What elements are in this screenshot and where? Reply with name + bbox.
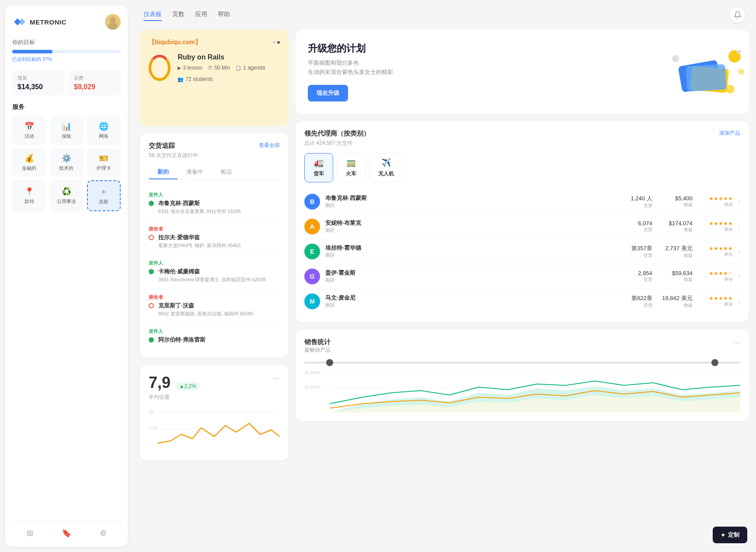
dot-wrap-3 [149, 268, 154, 274]
agent-rev-label-4: 收益 [684, 302, 693, 308]
nav-apps[interactable]: 应用 [195, 9, 207, 21]
service-item-utility[interactable]: ♻️ 公用事业 [49, 180, 83, 211]
agent-stats-4: 第822章 交货 [626, 294, 652, 308]
track-name-4: 克里斯丁·沃森 [158, 302, 253, 310]
agent-arrow-2[interactable]: › [738, 248, 740, 255]
budget-card: 预算 $14,350 [12, 70, 64, 95]
slider-track [304, 362, 740, 363]
budget-value: $14,350 [17, 83, 59, 91]
tab-shipping[interactable]: 船运 [212, 165, 241, 179]
tracking-item-4: 接收者 克里斯丁·沃森 8502 普雷斯顿路, 英格尔伍德, 缅因州 98380 [149, 289, 280, 323]
avg-value: 7,9 [149, 374, 171, 391]
track-info-5: 阿尔伯特·弗洛雷斯 [158, 336, 206, 344]
agent-avatar-0: B [304, 194, 320, 210]
upgrade-text: 升级您的计划 平面插图和我们多色 生动的未混合紫色头发女士的精彩 现在升级 [308, 42, 393, 101]
goal-title: 你的目标 [12, 38, 121, 46]
avg-stats-card: 7,9 ▲2.2% ··· 平均位置 10 7.75 [140, 365, 289, 461]
agents-list: B 布鲁克林·西蒙斯 南区 1,240 人 交货 $5,400 收益 [304, 189, 740, 314]
agent-tab-train[interactable]: 🚃 火车 [337, 153, 366, 182]
avg-more-btn[interactable]: ··· [273, 374, 280, 383]
service-item-finance[interactable]: 💰 金融的 [12, 148, 46, 177]
rating-label-4: 评分 [724, 301, 733, 307]
drone-label: 无人机 [378, 170, 394, 178]
service-label-utility: 公用事业 [57, 198, 76, 205]
rating-label-3: 评分 [724, 276, 733, 283]
agent-rating-2: ★★★★★ 评分 [698, 245, 733, 258]
customize-button[interactable]: ✦ 定制 [713, 527, 747, 543]
track-dot-4 [149, 303, 154, 308]
agent-stats-1: 6,074 交货 [626, 220, 652, 233]
agenda-icon: 📋 [235, 65, 241, 71]
service-item-insurance[interactable]: 📊 保险 [49, 116, 83, 145]
nav-right [730, 7, 746, 23]
tracking-row-4: 克里斯丁·沃森 8502 普雷斯顿路, 英格尔伍德, 缅因州 98380 [149, 302, 280, 317]
service-item-tech[interactable]: ⚙️ 技术的 [49, 148, 83, 177]
agent-arrow-3[interactable]: › [738, 273, 740, 280]
agent-arrow-0[interactable]: › [738, 198, 740, 206]
agent-arrow-1[interactable]: › [738, 223, 740, 231]
range-slider[interactable] [304, 362, 740, 363]
service-item-care[interactable]: 🎫 护理卡 [87, 148, 121, 177]
meta-agenda: 📋 1 agenda [235, 65, 265, 71]
featured-meta: ▶ 3 lesson ⏱ 50 Min 📋 1 agenda [178, 65, 280, 82]
nav-pages[interactable]: 页数 [172, 9, 185, 21]
agent-revenue-1: $174,074 收益 [658, 220, 693, 233]
agent-avatar-2: E [304, 244, 320, 259]
view-all-link[interactable]: 查看全部 [259, 142, 280, 149]
sales-subtitle: 最畅销产品 [304, 346, 331, 354]
agent-tab-drone[interactable]: ✈️ 无人机 [369, 153, 403, 182]
svg-point-0 [110, 17, 116, 23]
network-icon: 🌐 [99, 122, 108, 131]
upgrade-svg [667, 45, 746, 102]
layers-icon[interactable]: ⊞ [27, 528, 33, 538]
track-dot-5 [149, 337, 154, 342]
bookmark-icon[interactable]: 🔖 [62, 528, 71, 538]
expense-value: $8,029 [74, 83, 115, 91]
agent-region-2: 南区 [325, 252, 621, 259]
progress-label: 已达到目标的 37% [12, 56, 121, 63]
agent-name-0: 布鲁克林·西蒙斯 [325, 194, 621, 202]
user-avatar[interactable] [105, 14, 121, 30]
service-item-network[interactable]: 🌐 网络 [87, 116, 121, 145]
logo-icon [12, 15, 26, 29]
nav-help[interactable]: 帮助 [218, 9, 230, 21]
agent-name-3: 盖伊·霍金斯 [325, 269, 621, 277]
stars-0: ★★★★★ [709, 196, 733, 202]
agent-info-1: 安妮特·布莱克 南区 [325, 219, 621, 234]
agent-tab-truck[interactable]: 🚛 货车 [304, 153, 333, 182]
logo: METRONIC [12, 15, 66, 29]
hospitality-icon: 📍 [24, 187, 34, 196]
dot-wrap-1 [149, 199, 154, 206]
agents-add-btn[interactable]: 添加产品 [719, 129, 740, 137]
service-item-add[interactable]: ＋ 添新 [87, 180, 121, 211]
agent-avatar-3: G [304, 269, 320, 284]
svg-point-12 [672, 55, 679, 62]
svg-point-10 [726, 85, 735, 94]
slider-thumb-right[interactable] [711, 359, 718, 366]
service-item-activity[interactable]: 📅 活动 [12, 116, 46, 145]
tracking-list: 发件人 布鲁克林·西蒙斯 6391 埃尔全圣塞莱斯, 特拉华州 10299 接收… [149, 186, 280, 349]
slider-thumb-left[interactable] [326, 359, 333, 366]
track-addr-4: 8502 普雷斯顿路, 英格尔伍德, 缅因州 98380 [158, 311, 253, 317]
svg-text:7.75: 7.75 [149, 426, 157, 431]
service-label-network: 网络 [99, 133, 108, 140]
sales-more-btn[interactable]: ··· [734, 338, 740, 347]
upgrade-button[interactable]: 现在升级 [308, 85, 348, 101]
tab-new[interactable]: 新的 [149, 165, 178, 179]
service-label-tech: 技术的 [59, 165, 73, 171]
nav-dashboard[interactable]: 仪表板 [143, 9, 162, 21]
avg-chart-area: 10 7.75 [149, 408, 280, 452]
notification-button[interactable] [730, 7, 746, 23]
service-item-hospitality[interactable]: 📍 款待 [12, 180, 46, 211]
customize-label: 定制 [728, 531, 739, 539]
agent-stats-2: 第357章 交货 [626, 245, 652, 259]
left-column: 【biqubiqu.com】 Ruby on Rails ▶ 3 lesson [140, 30, 289, 545]
settings-icon[interactable]: ⚙ [100, 528, 107, 538]
tracking-item-1: 发件人 布鲁克林·西蒙斯 6391 埃尔全圣塞莱斯, 特拉华州 10299 [149, 186, 280, 220]
train-icon: 🚃 [346, 158, 356, 168]
tab-preparing[interactable]: 准备中 [178, 165, 212, 179]
agent-arrow-4[interactable]: › [738, 297, 740, 305]
agent-info-4: 马文·麦金尼 南区 [325, 294, 621, 308]
agent-count-4: 第822章 [631, 294, 652, 302]
stars-4: ★★★★★ [709, 295, 733, 301]
